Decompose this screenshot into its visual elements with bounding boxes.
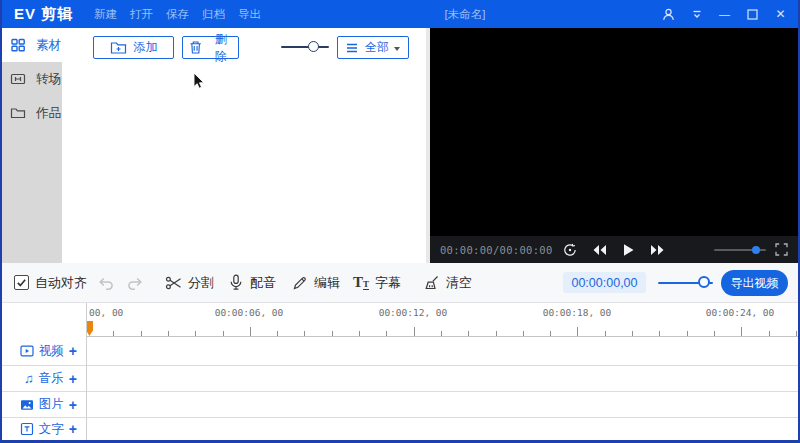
sidebar-item-material[interactable]: 素材	[0, 28, 62, 62]
track-label-image: 图片 +	[0, 392, 86, 417]
edit-button[interactable]: 编辑	[292, 263, 340, 302]
add-video-button[interactable]: +	[69, 344, 77, 358]
thumbnail-size-slider[interactable]	[281, 46, 329, 48]
timeline-ruler[interactable]: 00, 00 00:00:06, 00 00:00:12, 00 00:00:1…	[0, 303, 800, 337]
add-music-button[interactable]: +	[69, 372, 77, 386]
list-filter-icon	[346, 43, 358, 53]
delete-button-label: 删除	[209, 31, 232, 65]
track-name: 图片	[39, 396, 64, 413]
track-label-divider	[86, 303, 87, 440]
timeline-current-time[interactable]: 00:00:00,00	[563, 272, 646, 293]
fast-forward-icon[interactable]	[650, 244, 665, 256]
close-icon[interactable]: ✕	[773, 7, 788, 22]
menu-export[interactable]: 导出	[236, 7, 263, 22]
scissors-icon	[165, 275, 182, 291]
sidebar-item-label: 素材	[36, 37, 61, 54]
track-row-image: 图片 +	[0, 392, 800, 418]
sidebar: 素材 转场 作品	[0, 28, 62, 263]
track-label-music: ♫ 音乐 +	[0, 366, 86, 391]
sidebar-item-works[interactable]: 作品	[0, 96, 62, 130]
menu-open[interactable]: 打开	[128, 7, 155, 22]
clear-button[interactable]: 清空	[423, 263, 472, 302]
window-border-left	[0, 0, 2, 443]
ruler-label: 00:00:18, 00	[543, 307, 612, 318]
volume-slider[interactable]	[714, 249, 766, 251]
redo-button[interactable]	[126, 263, 144, 302]
track-name: 视频	[39, 343, 64, 360]
undo-button[interactable]	[97, 263, 115, 302]
mouse-cursor	[190, 72, 207, 91]
edit-label: 编辑	[314, 274, 340, 292]
window-controls: — ✕	[661, 0, 800, 28]
subtitle-label: 字幕	[375, 274, 401, 292]
play-icon[interactable]	[622, 243, 635, 257]
track-name: 音乐	[39, 370, 64, 387]
video-track-icon	[20, 344, 34, 358]
playhead-marker[interactable]	[86, 321, 93, 336]
sidebar-item-label: 作品	[36, 105, 61, 122]
menu-archive[interactable]: 归档	[200, 7, 227, 22]
theme-dropdown-icon[interactable]	[689, 7, 704, 22]
preview-controls-bar: 00:00:00/00:00:00	[430, 236, 798, 263]
menu-new[interactable]: 新建	[92, 7, 119, 22]
document-title: [未命名]	[400, 0, 530, 28]
main-menu: 新建 打开 保存 归档 导出	[92, 0, 263, 28]
export-video-button[interactable]: 导出视频	[721, 270, 788, 296]
add-text-button[interactable]: +	[69, 422, 77, 436]
filter-dropdown-value: 全部	[365, 39, 389, 56]
dub-button[interactable]: 配音	[228, 263, 276, 302]
text-track-lane[interactable]	[86, 418, 800, 440]
thumbnail-size-slider-knob[interactable]	[308, 41, 319, 52]
add-button-label: 添加	[134, 39, 158, 56]
timeline: 00, 00 00:00:06, 00 00:00:12, 00 00:00:1…	[0, 303, 800, 440]
text-track-icon	[20, 422, 34, 436]
pencil-icon	[292, 275, 308, 291]
ruler-label: 00, 00	[89, 307, 123, 318]
auto-align-label: 自动对齐	[35, 274, 87, 292]
volume-slider-knob[interactable]	[752, 246, 760, 254]
subtitle-button[interactable]: TT 字幕	[353, 263, 401, 302]
menu-save[interactable]: 保存	[164, 7, 191, 22]
track-name: 文字	[39, 421, 64, 438]
add-material-button[interactable]: 添加	[93, 36, 174, 59]
main-area: 素材 转场 作品	[0, 28, 800, 263]
material-panel: 添加 删除 全部	[62, 28, 426, 263]
image-track-lane[interactable]	[86, 392, 800, 417]
delete-material-button[interactable]: 删除	[182, 36, 239, 59]
video-track-lane[interactable]	[86, 337, 800, 365]
video-preview: 00:00:00/00:00:00	[430, 28, 798, 263]
maximize-icon[interactable]	[745, 7, 760, 22]
track-row-text: 文字 +	[0, 418, 800, 440]
title-bar: EV 剪辑 新建 打开 保存 归档 导出 [未命名] — ✕	[0, 0, 800, 28]
subtitle-tt-icon: TT	[353, 275, 369, 290]
filter-dropdown[interactable]: 全部	[337, 36, 409, 59]
timeline-zoom-slider-knob[interactable]	[698, 276, 710, 288]
app-logo: EV 剪辑	[14, 5, 73, 24]
add-image-button[interactable]: +	[69, 398, 77, 412]
transition-icon	[10, 71, 26, 87]
works-folder-icon	[10, 105, 26, 121]
auto-align-toggle[interactable]: 自动对齐	[14, 263, 87, 302]
clear-label: 清空	[446, 274, 472, 292]
track-row-music: ♫ 音乐 +	[0, 366, 800, 392]
clear-brush-icon	[423, 275, 440, 291]
loop-playback-icon[interactable]	[563, 243, 577, 257]
fullscreen-icon[interactable]	[775, 243, 788, 256]
auto-align-checkbox[interactable]	[14, 275, 29, 290]
ruler-label: 00:00:06, 00	[215, 307, 284, 318]
dub-label: 配音	[250, 274, 276, 292]
split-button[interactable]: 分割	[165, 263, 214, 302]
folder-plus-icon	[110, 40, 127, 55]
sidebar-item-transition[interactable]: 转场	[0, 62, 62, 96]
material-grid-icon	[10, 37, 26, 53]
track-label-video: 视频 +	[0, 337, 86, 365]
user-account-icon[interactable]	[661, 7, 676, 22]
chevron-down-icon	[394, 47, 400, 51]
microphone-icon	[228, 274, 244, 291]
music-track-lane[interactable]	[86, 366, 800, 391]
rewind-icon[interactable]	[592, 244, 607, 256]
trash-icon	[189, 40, 202, 55]
minimize-icon[interactable]: —	[717, 7, 732, 22]
ruler-label: 00:00:24, 00	[706, 307, 775, 318]
ruler-label: 00:00:12, 00	[379, 307, 448, 318]
